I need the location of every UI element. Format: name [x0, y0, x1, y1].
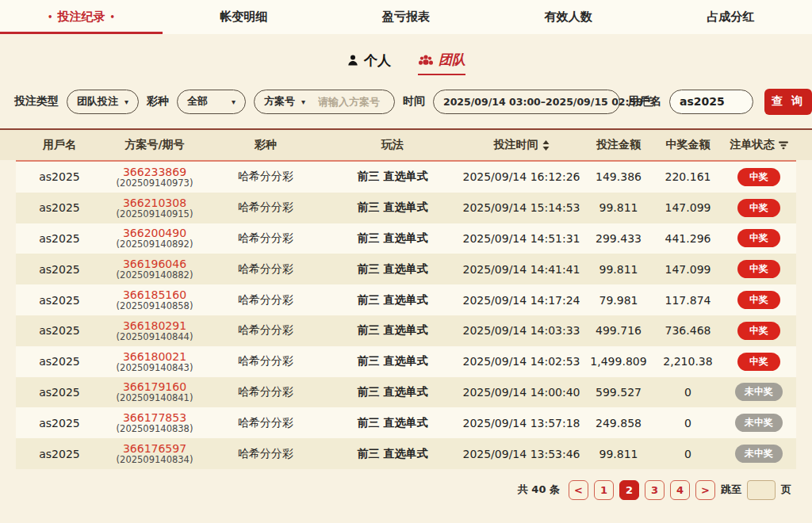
table-row: as2025366179160(202509140841)哈希分分彩前三 直选单…	[16, 377, 796, 408]
header-scheme: 方案号/期号	[103, 138, 206, 152]
filter-icon[interactable]	[779, 141, 788, 150]
total-count: 共 40 条	[518, 483, 560, 497]
chevron-down-icon: ▾	[301, 97, 305, 106]
username-label: 用戶名	[628, 94, 661, 109]
row-play: 前三 直选单式	[325, 262, 460, 277]
row-play: 前三 直选单式	[325, 293, 460, 307]
lottery-value: 全部	[187, 94, 208, 109]
view-tab-personal[interactable]: 个人	[347, 50, 391, 75]
status-badge: 未中奖	[735, 383, 783, 401]
row-status: 未中奖	[722, 383, 796, 401]
prev-page-button[interactable]: <	[569, 480, 588, 500]
scheme-number-link[interactable]: 366177853	[103, 411, 206, 424]
status-badge: 中奖	[737, 260, 780, 278]
table-row: as2025366176597(202509140834)哈希分分彩前三 直选单…	[16, 438, 796, 469]
bet-type-value: 团队投注	[77, 94, 118, 109]
view-tab-team[interactable]: 团队	[418, 50, 465, 75]
scheme-number-link[interactable]: 366180021	[103, 350, 206, 363]
status-badge: 中奖	[737, 353, 780, 371]
scheme-number-link[interactable]: 366185160	[103, 288, 206, 301]
row-lottery: 哈希分分彩	[206, 262, 325, 277]
row-bet-time: 2025/09/14 13:53:46	[460, 448, 583, 460]
tab-bet-records[interactable]: • 投注纪录 •	[0, 0, 163, 34]
row-status: 未中奖	[722, 414, 796, 432]
row-play: 前三 直选单式	[325, 385, 460, 399]
row-win-amount: 117.874	[654, 294, 722, 307]
page-button-2[interactable]: 2	[619, 480, 639, 500]
scheme-number-link[interactable]: 366196046	[103, 258, 206, 270]
table-header: 用戶名 方案号/期号 彩种 玩法 投注时间 投注金额 中奖金额 注单状态	[0, 128, 812, 160]
lottery-select[interactable]: 全部 ▾	[177, 90, 246, 114]
tab-profit-loss-report[interactable]: 盈亏报表	[325, 0, 488, 34]
scheme-number-link[interactable]: 366200490	[103, 227, 206, 239]
sort-icon[interactable]	[542, 140, 550, 151]
jump-page-input[interactable]	[747, 480, 776, 500]
scheme-number-link[interactable]: 366179160	[103, 380, 206, 393]
row-status: 中奖	[722, 229, 796, 247]
table-row: as2025366180291(202509140844)哈希分分彩前三 直选单…	[16, 315, 796, 346]
scheme-number-link[interactable]: 366180291	[103, 319, 206, 332]
row-bet-time: 2025/09/14 14:03:33	[460, 324, 583, 337]
row-scheme: 366233869(202509140973)	[103, 166, 206, 189]
page-button-3[interactable]: 3	[645, 480, 665, 500]
row-status: 中奖	[722, 353, 796, 371]
view-tab-label: 团队	[439, 51, 465, 69]
status-badge: 中奖	[737, 322, 780, 340]
row-play: 前三 直选单式	[325, 200, 460, 215]
period-number: (202509140915)	[103, 209, 206, 220]
row-play: 前三 直选单式	[325, 354, 460, 368]
table-row: as2025366180021(202509140843)哈希分分彩前三 直选单…	[16, 346, 796, 377]
row-lottery: 哈希分分彩	[206, 231, 325, 246]
row-scheme: 366196046(202509140882)	[103, 258, 206, 281]
row-bet-amount: 599.527	[583, 386, 654, 399]
row-bet-time: 2025/09/14 14:00:40	[460, 386, 583, 399]
row-username: as2025	[16, 324, 103, 337]
active-tab-marker: •	[109, 13, 114, 21]
jump-to-label: 跳至	[721, 483, 741, 497]
header-bet-time[interactable]: 投注时间	[460, 138, 583, 152]
row-scheme: 366200490(202509140892)	[103, 227, 206, 250]
search-button[interactable]: 查 询	[764, 89, 812, 115]
row-bet-amount: 79.981	[583, 294, 654, 307]
row-username: as2025	[16, 417, 103, 429]
row-win-amount: 220.161	[654, 170, 722, 183]
table-row: as2025366185160(202509140858)哈希分分彩前三 直选单…	[16, 284, 796, 315]
page-button-4[interactable]: 4	[670, 480, 690, 500]
scheme-search-group: 方案号 ▾	[254, 90, 395, 114]
active-tab-marker: •	[48, 13, 52, 21]
date-range-picker[interactable]: 2025/09/14 03:00 – 2025/09/15 02:59	[433, 90, 620, 114]
lottery-label: 彩种	[147, 94, 169, 109]
table-row: as2025366233869(202509140973)哈希分分彩前三 直选单…	[16, 162, 796, 193]
row-username: as2025	[16, 263, 103, 276]
page-button-1[interactable]: 1	[594, 480, 614, 500]
scheme-number-link[interactable]: 366210308	[103, 197, 206, 209]
scheme-number-link[interactable]: 366176597	[103, 442, 206, 455]
tab-active-users[interactable]: 有效人数	[487, 0, 649, 34]
scheme-number-input[interactable]	[318, 96, 397, 108]
row-status: 中奖	[722, 260, 796, 278]
records-table: 用戶名 方案号/期号 彩种 玩法 投注时间 投注金额 中奖金额 注单状态	[0, 128, 812, 469]
username-input[interactable]	[680, 95, 743, 108]
page-buttons: 1234	[594, 480, 690, 500]
row-scheme: 366177853(202509140838)	[103, 411, 206, 434]
row-play: 前三 直选单式	[325, 416, 460, 430]
row-bet-amount: 499.716	[583, 324, 654, 337]
top-nav: • 投注纪录 • 帐变明细 盈亏报表 有效人数 占成分红	[0, 0, 812, 34]
scheme-number-link[interactable]: 366233869	[103, 166, 206, 178]
table-body: as2025366233869(202509140973)哈希分分彩前三 直选单…	[16, 160, 796, 469]
row-bet-time: 2025/09/14 14:41:41	[460, 263, 583, 276]
time-label: 时间	[403, 94, 425, 109]
row-scheme: 366179160(202509140841)	[103, 380, 206, 403]
tab-share-dividend[interactable]: 占成分红	[649, 0, 812, 34]
bet-type-select[interactable]: 团队投注 ▾	[67, 90, 139, 114]
tab-account-changes[interactable]: 帐变明细	[163, 0, 325, 34]
header-status[interactable]: 注单状态	[722, 138, 796, 152]
scheme-type-select[interactable]: 方案号 ▾	[255, 90, 312, 113]
row-status: 未中奖	[722, 445, 796, 463]
table-row: as2025366200490(202509140892)哈希分分彩前三 直选单…	[16, 223, 796, 254]
next-page-button[interactable]: >	[695, 480, 715, 500]
row-bet-amount: 1,499.809	[583, 355, 654, 368]
row-status: 中奖	[722, 322, 796, 340]
row-win-amount: 0	[654, 417, 722, 429]
view-tabs: 个人 团队	[0, 50, 812, 75]
